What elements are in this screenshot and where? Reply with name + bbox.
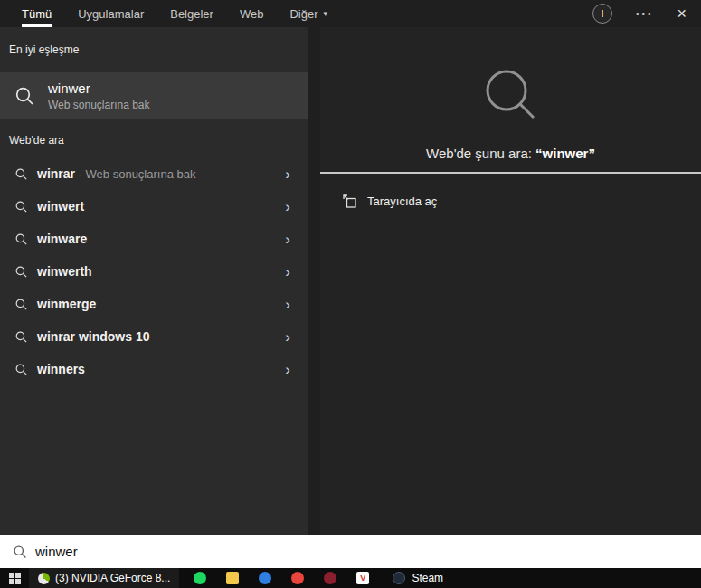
- nvidia-task-label: (3) NVIDIA GeForce 8...: [55, 572, 170, 584]
- search-suggestion-row[interactable]: winmerge ›: [0, 288, 308, 320]
- chevron-right-icon[interactable]: ›: [285, 232, 290, 247]
- blue-app-icon[interactable]: [259, 572, 271, 584]
- search-input-bar: [0, 535, 701, 568]
- search-input[interactable]: [35, 544, 701, 559]
- preview-panel: Web'de şunu ara: “winwer” Tarayıcıda aç: [320, 27, 701, 535]
- file-explorer-icon[interactable]: [226, 572, 239, 584]
- taskbar: (3) NVIDIA GeForce 8... V: [0, 568, 701, 588]
- prompt-divider: [320, 172, 701, 174]
- search-suggestion-row[interactable]: winware ›: [0, 223, 308, 255]
- tab-bar-controls: I ••• ×: [592, 4, 701, 24]
- suggestion-label: winners: [37, 362, 85, 376]
- tab-more[interactable]: Diğer ▾: [289, 0, 327, 27]
- nvidia-geforce-icon: [38, 573, 50, 584]
- suggestion-label: winwerth: [37, 264, 92, 279]
- search-suggestion-row[interactable]: winners ›: [0, 353, 308, 385]
- results-panel: En iyi eşleşme winwer Web sonuçlarına ba…: [0, 27, 308, 535]
- taskbar-pinned-apps: V: [194, 572, 369, 584]
- suggestion-label: winrar windows 10: [37, 329, 149, 344]
- tab-documents[interactable]: Belgeler: [170, 0, 213, 27]
- search-suggestion-row[interactable]: winrar - Web sonuçlarına bak ›: [0, 157, 308, 190]
- steam-icon: [393, 572, 405, 584]
- suggestion-label: winrar: [37, 166, 75, 181]
- web-suggestions-list: winrar - Web sonuçlarına bak › winwert ›: [0, 157, 308, 385]
- chevron-down-icon: ▾: [324, 9, 328, 18]
- chevron-right-icon[interactable]: ›: [285, 362, 290, 377]
- tab-all[interactable]: Tümü: [22, 0, 52, 27]
- chevron-right-icon[interactable]: ›: [285, 297, 290, 312]
- search-icon: [14, 363, 28, 376]
- user-avatar[interactable]: I: [592, 4, 612, 24]
- suggestion-label: winware: [37, 232, 87, 246]
- web-search-header: Web'de ara: [0, 119, 308, 157]
- panel-divider: [308, 27, 320, 535]
- search-icon: [14, 200, 28, 213]
- search-icon: [14, 330, 28, 344]
- search-suggestion-row[interactable]: winwert ›: [0, 190, 308, 223]
- tab-more-label: Diğer: [289, 7, 317, 21]
- search-icon: [14, 167, 28, 181]
- tab-apps[interactable]: Uygulamalar: [78, 0, 144, 27]
- chevron-right-icon[interactable]: ›: [285, 329, 290, 345]
- app-glyph: V: [360, 574, 365, 583]
- best-match-subtitle: Web sonuçlarına bak: [48, 99, 150, 111]
- taskbar-task-steam[interactable]: Steam: [387, 568, 449, 588]
- best-match-header: En iyi eşleşme: [0, 27, 308, 65]
- search-icon: [14, 298, 28, 311]
- search-suggestion-row[interactable]: winwerth ›: [0, 255, 308, 288]
- suggestion-suffix: - Web sonuçlarına bak: [75, 167, 195, 181]
- search-icon: [14, 265, 28, 279]
- more-options-icon[interactable]: •••: [636, 9, 654, 19]
- web-search-prompt: Web'de şunu ara: “winwer”: [426, 146, 595, 161]
- search-flyout: En iyi eşleşme winwer Web sonuçlarına ba…: [0, 27, 701, 535]
- open-external-icon: [342, 194, 357, 209]
- filter-tabs: Tümü Uygulamalar Belgeler Web Diğer ▾: [0, 0, 354, 27]
- chevron-right-icon[interactable]: ›: [285, 199, 290, 214]
- maroon-app-icon[interactable]: [324, 572, 336, 584]
- suggestion-label: winwert: [37, 199, 84, 213]
- search-flyout-tab-bar: Tümü Uygulamalar Belgeler Web Diğer ▾ I …: [0, 0, 701, 27]
- best-match-result[interactable]: winwer Web sonuçlarına bak: [0, 72, 308, 119]
- search-icon: [14, 86, 34, 106]
- spotify-icon[interactable]: [194, 572, 206, 584]
- open-in-browser-label: Tarayıcıda aç: [367, 194, 437, 208]
- tab-web[interactable]: Web: [240, 0, 264, 27]
- prompt-query: “winwer”: [535, 146, 595, 161]
- close-icon[interactable]: ×: [677, 5, 687, 22]
- search-icon: [13, 545, 27, 559]
- red-app-icon[interactable]: [291, 572, 304, 584]
- taskbar-task-nvidia[interactable]: (3) NVIDIA GeForce 8...: [29, 568, 179, 588]
- windows-logo-icon: [9, 573, 21, 584]
- open-in-browser-action[interactable]: Tarayıcıda aç: [320, 190, 701, 212]
- search-suggestion-row[interactable]: winrar windows 10 ›: [0, 320, 308, 353]
- best-match-title: winwer: [48, 81, 150, 96]
- search-icon-large: [479, 63, 543, 127]
- chevron-right-icon[interactable]: ›: [285, 166, 290, 182]
- prompt-prefix: Web'de şunu ara:: [426, 146, 535, 161]
- best-match-text: winwer Web sonuçlarına bak: [48, 81, 150, 111]
- v-app-icon[interactable]: V: [356, 572, 369, 584]
- start-button[interactable]: [0, 568, 29, 588]
- chevron-right-icon[interactable]: ›: [285, 264, 290, 280]
- suggestion-label: winmerge: [37, 297, 96, 311]
- steam-task-label: Steam: [412, 572, 443, 584]
- search-icon: [14, 232, 28, 246]
